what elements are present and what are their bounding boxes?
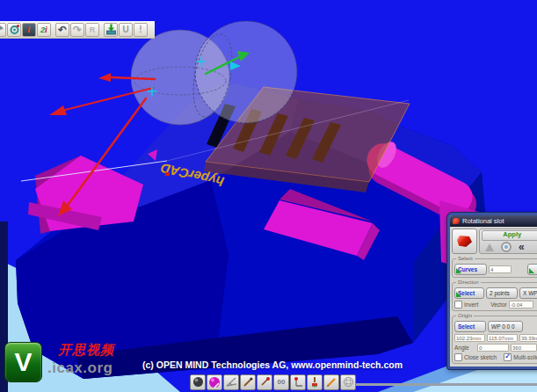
- vector-field[interactable]: [509, 301, 533, 309]
- shaded-sphere-icon[interactable]: [190, 374, 206, 390]
- watermark: V 开思视频 .icax.org: [4, 342, 114, 382]
- dialog-titlebar[interactable]: Rotational slot: [450, 215, 537, 227]
- wireframe-globe-icon[interactable]: [340, 374, 356, 390]
- bottom-toolbar: 00: [190, 373, 356, 391]
- dialog-feature-icon: [452, 218, 460, 224]
- watermark-v-logo: V: [4, 342, 42, 382]
- import-icon[interactable]: [104, 23, 118, 37]
- origin-group: Origin Select WP 0 0 0 Angle Close sketc…: [452, 316, 537, 364]
- multi-solids-checkbox[interactable]: [504, 353, 512, 361]
- top-toolbar: i 2i ↶ ↷ R U !: [0, 21, 155, 39]
- zero-zero-icon[interactable]: 00: [273, 374, 289, 390]
- copyright-text: (c) OPEN MIND Technologies AG, www.openm…: [132, 359, 413, 370]
- info2-icon[interactable]: 2i: [37, 23, 51, 37]
- select-group: Select Curves: [452, 258, 537, 278]
- invert-checkbox[interactable]: [454, 301, 462, 309]
- toolbar-separator: [100, 23, 103, 37]
- window-edge-line: [352, 383, 537, 386]
- direction-group-label: Direction: [456, 279, 481, 286]
- angle-start-field[interactable]: [477, 344, 509, 352]
- point-on-surface-icon[interactable]: [207, 374, 222, 390]
- dialog-header-panel: Apply «: [479, 229, 537, 254]
- origin-x-field[interactable]: [454, 334, 485, 342]
- undo-icon[interactable]: ↶: [55, 23, 69, 37]
- dart-pin-icon[interactable]: [257, 374, 272, 390]
- origin-group-label: Origin: [456, 313, 474, 319]
- pencil-icon[interactable]: [323, 374, 339, 390]
- cut-tool-icon[interactable]: [0, 23, 6, 37]
- redo-all-icon[interactable]: R: [85, 23, 99, 37]
- select-group-label: Select: [456, 256, 475, 262]
- redo-icon[interactable]: ↷: [70, 23, 84, 37]
- render-brush-icon[interactable]: [307, 374, 323, 390]
- sketch-pen-icon[interactable]: [240, 374, 256, 390]
- toolbar-separator: [52, 23, 54, 37]
- dialog-title: Rotational slot: [462, 217, 504, 225]
- watermark-cn-text: 开思视频: [58, 342, 114, 359]
- multi-solids-label: Multi-solids: [513, 354, 537, 360]
- angle-end-field[interactable]: [511, 344, 537, 352]
- surface-u-icon[interactable]: U: [119, 23, 133, 37]
- two-points-button[interactable]: 2 points: [486, 287, 518, 299]
- warning-exclaim-icon[interactable]: !: [134, 23, 148, 37]
- target-circle-icon[interactable]: [501, 242, 512, 252]
- warning-triangle-icon[interactable]: [485, 243, 494, 251]
- vector-label: Vector: [490, 301, 506, 308]
- feature-preview-button[interactable]: [452, 229, 477, 254]
- rotational-slot-dialog: Rotational slot Apply « Select Curves: [447, 213, 537, 369]
- workplane-pin-icon[interactable]: [290, 374, 306, 390]
- second-select-button[interactable]: [527, 264, 537, 275]
- close-sketch-label: Close sketch: [464, 354, 497, 360]
- gear-settings-icon[interactable]: [7, 23, 21, 37]
- origin-y-field[interactable]: [487, 334, 518, 342]
- origin-z-field[interactable]: [519, 334, 537, 342]
- direction-select-button[interactable]: Select: [454, 287, 484, 299]
- rotation-preview-sphere: [131, 21, 297, 125]
- invert-label: Invert: [464, 301, 478, 308]
- gem-icon: [457, 236, 472, 247]
- app-window: { "window": { "title": "Slot]" }, "menu"…: [0, 0, 537, 392]
- origin-select-button[interactable]: Select: [454, 321, 486, 332]
- wp-origin-button[interactable]: WP 0 0 0: [488, 321, 523, 332]
- curves-button[interactable]: Curves: [454, 264, 487, 275]
- apply-button[interactable]: Apply: [482, 230, 537, 241]
- x-wp-button[interactable]: X WP: [519, 287, 537, 299]
- direction-group: Direction Select 2 points X WP Invert Ve…: [452, 282, 537, 311]
- curves-count-field[interactable]: [489, 265, 512, 273]
- watermark-url-text: .icax.org: [47, 359, 114, 377]
- collapse-chevrons-icon[interactable]: «: [519, 243, 525, 251]
- close-sketch-checkbox[interactable]: [454, 353, 462, 361]
- angle-label: Angle: [454, 345, 475, 351]
- info-icon[interactable]: i: [22, 23, 36, 37]
- measure-angle-icon[interactable]: [223, 374, 239, 390]
